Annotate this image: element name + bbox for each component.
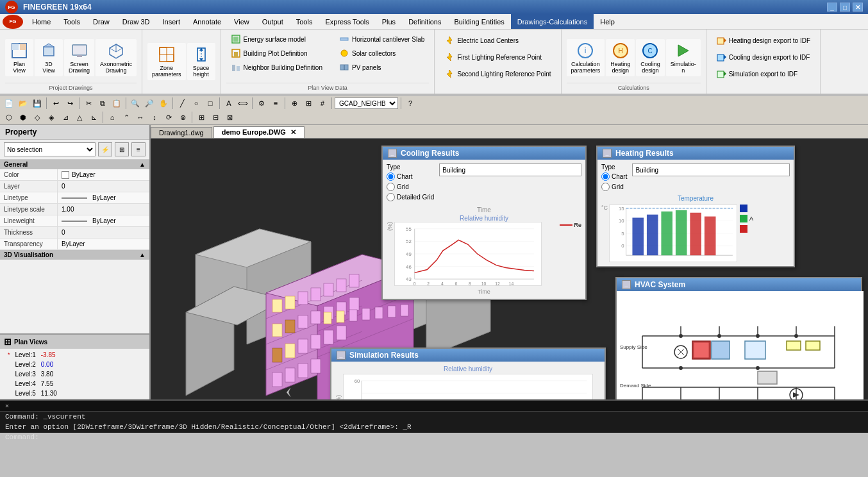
tb2-4[interactable]: ◈ [45, 111, 58, 124]
menu-tools2[interactable]: Tools [290, 14, 319, 29]
menu-express[interactable]: Express Tools [319, 14, 375, 29]
tb2-6[interactable]: △ [73, 111, 86, 124]
prop-section-3d-vis[interactable]: 3D Visualisation ▲ [0, 250, 149, 260]
btn-heating-export[interactable]: Heating design export to IDF [712, 33, 815, 47]
close-btn[interactable]: ✕ [853, 3, 863, 12]
menu-plus[interactable]: Plus [376, 14, 402, 29]
prop-picklist-btn[interactable]: ≡ [131, 142, 146, 156]
heating-building-input[interactable] [632, 163, 790, 176]
menu-draw3d[interactable]: Draw 3D [116, 14, 156, 29]
tb-save[interactable]: 💾 [31, 97, 44, 110]
menu-definitions[interactable]: Definitions [402, 14, 447, 29]
tb-ortho[interactable]: ⊞ [302, 97, 315, 110]
tb-text[interactable]: A [222, 97, 235, 110]
tb-redo[interactable]: ↪ [63, 97, 76, 110]
heating-minimize[interactable]: _ [603, 149, 612, 158]
tb-undo[interactable]: ↩ [49, 97, 62, 110]
command-prompt[interactable]: Command: [0, 432, 868, 442]
tb2-9[interactable]: ⌃ [120, 111, 133, 124]
tb2-12[interactable]: ⟳ [162, 111, 175, 124]
btn-calc-parameters[interactable]: i Calculationparameters [567, 39, 605, 76]
heating-panel-title[interactable]: _ Heating Results [597, 147, 794, 160]
btn-axonometric[interactable]: AxonometricDrawing [96, 39, 137, 76]
btn-pv-panels[interactable]: PV panels [335, 60, 429, 74]
tb2-2[interactable]: ⬢ [17, 111, 29, 124]
menu-view[interactable]: View [228, 14, 256, 29]
btn-heating-design[interactable]: H Heatingdesign [606, 39, 635, 76]
drawing-canvas[interactable]: _ Cooling Results Type Chart [151, 139, 868, 399]
hvac-minimize[interactable]: _ [622, 280, 631, 289]
btn-cooling-export[interactable]: Cooling design export to IDF [712, 50, 815, 64]
simulation-minimize[interactable]: _ [337, 351, 346, 360]
btn-simulation-export[interactable]: Simulation export to IDF [712, 67, 815, 81]
cooling-radio-detailed-input[interactable] [387, 193, 395, 201]
cooling-minimize[interactable]: _ [388, 149, 397, 158]
drawing-tab-2[interactable]: demo Europe.DWG ✕ [213, 126, 305, 138]
menu-output[interactable]: Output [256, 14, 290, 29]
selection-dropdown[interactable]: No selection [4, 142, 96, 156]
tb-open[interactable]: 📂 [17, 97, 29, 110]
tb2-14[interactable]: ⊞ [195, 111, 208, 124]
hvac-panel-title[interactable]: _ HVAC System [617, 278, 861, 291]
plan-view-item-1[interactable]: * Level:1 -3.85 [0, 350, 149, 360]
simulation-panel-title[interactable]: _ Simulation Results [331, 349, 605, 362]
tb-copy[interactable]: ⧉ [96, 97, 109, 110]
tb2-1[interactable]: ⬡ [3, 111, 15, 124]
btn-space-height[interactable]: Spaceheight [187, 43, 215, 80]
menu-drawings-calculations[interactable]: Drawings-Calculations [511, 14, 594, 29]
btn-simulation[interactable]: Simulatio-n [666, 39, 701, 76]
tb-rect[interactable]: □ [204, 97, 217, 110]
prop-quick-select-btn[interactable]: ⚡ [98, 142, 112, 156]
cooling-radio-grid-input[interactable] [387, 183, 395, 191]
tb2-13[interactable]: ⊗ [176, 111, 189, 124]
btn-energy-surface[interactable]: Energy surface model [226, 32, 327, 46]
cooling-panel-title[interactable]: _ Cooling Results [383, 147, 585, 160]
btn-screen-drawing[interactable]: ScreenDrawing [64, 39, 94, 76]
cooling-radio-chart[interactable]: Chart [387, 172, 434, 181]
cooling-radio-grid[interactable]: Grid [387, 183, 434, 191]
plan-view-item-4[interactable]: * Level:4 7.55 [0, 379, 149, 389]
tb-snap[interactable]: ⊕ [288, 97, 301, 110]
tb2-15[interactable]: ⊟ [209, 111, 222, 124]
tb-zoom-out[interactable]: 🔎 [143, 97, 156, 110]
tb2-16[interactable]: ⊠ [223, 111, 236, 124]
tb2-8[interactable]: ⌂ [106, 111, 119, 124]
btn-building-plot[interactable]: Building Plot Definition [226, 46, 327, 60]
tb2-3[interactable]: ◇ [31, 111, 44, 124]
plan-view-item-2[interactable]: * Level:2 0.00 [0, 360, 149, 369]
cooling-radio-detailed[interactable]: Detailed Grid [387, 193, 434, 201]
menu-help[interactable]: Help [594, 14, 621, 29]
cooling-radio-chart-input[interactable] [387, 172, 395, 181]
btn-zone-parameters[interactable]: Zoneparameters [147, 43, 186, 80]
heating-radio-grid[interactable]: Grid [601, 183, 627, 191]
menu-tools[interactable]: Tools [57, 14, 87, 29]
maximize-btn[interactable]: □ [840, 3, 850, 12]
menu-insert[interactable]: Insert [156, 14, 187, 29]
tb2-10[interactable]: ↔ [134, 111, 147, 124]
btn-first-lighting[interactable]: First Lighting Reference Point [440, 50, 555, 64]
tb-zoom-in[interactable]: 🔍 [129, 97, 142, 110]
tb-pan[interactable]: ✋ [157, 97, 170, 110]
heating-radio-grid-input[interactable] [601, 183, 610, 191]
layer-combo[interactable]: GCAD_NEIGHB [335, 97, 398, 109]
command-close-btn[interactable]: ✕ [5, 402, 9, 410]
btn-electric-load[interactable]: Electric Load Centers [440, 33, 555, 47]
drawing-tab-2-close[interactable]: ✕ [290, 128, 296, 136]
plan-view-item-3[interactable]: * Level:3 3.80 [0, 369, 149, 379]
tb2-7[interactable]: ⊾ [87, 111, 100, 124]
menu-home[interactable]: Home [26, 14, 57, 29]
tb-circle[interactable]: ○ [190, 97, 203, 110]
btn-3d-view[interactable]: 3DView [35, 39, 63, 76]
btn-cooling-design[interactable]: C Coolingdesign [636, 39, 665, 76]
titlebar-controls[interactable]: _ □ ✕ [827, 3, 863, 12]
plan-view-item-5[interactable]: * Level:5 11.30 [0, 389, 149, 398]
tb-paste[interactable]: 📋 [110, 97, 123, 110]
minimize-btn[interactable]: _ [827, 3, 837, 12]
prop-select-similar-btn[interactable]: ⊞ [115, 142, 129, 156]
tb-layers[interactable]: ≡ [269, 97, 282, 110]
menu-building-entities[interactable]: Building Entities [447, 14, 510, 29]
menu-annotate[interactable]: Annotate [187, 14, 228, 29]
heating-radio-chart[interactable]: Chart [601, 172, 627, 181]
btn-solar-collectors[interactable]: Solar collectors [335, 46, 429, 60]
btn-second-lighting[interactable]: Second Lighting Reference Point [440, 67, 555, 81]
